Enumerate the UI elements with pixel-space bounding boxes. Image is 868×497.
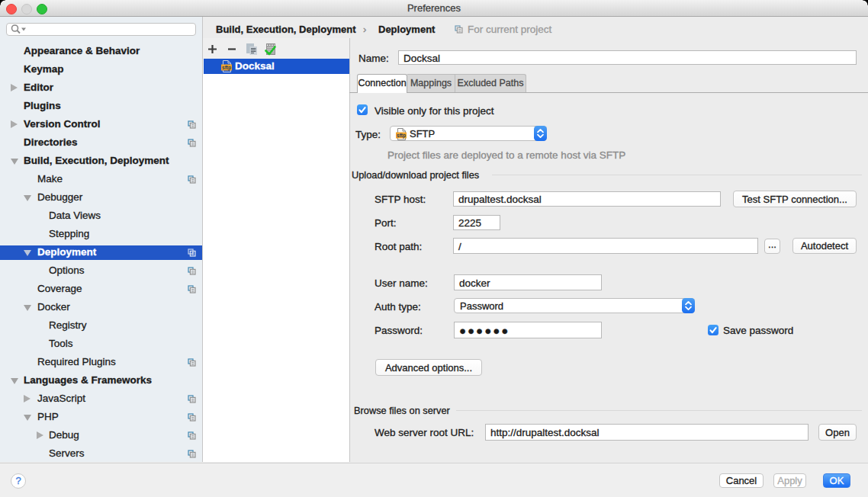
svg-text:sftp: sftp <box>222 65 231 71</box>
svg-text:sftp: sftp <box>397 133 406 139</box>
